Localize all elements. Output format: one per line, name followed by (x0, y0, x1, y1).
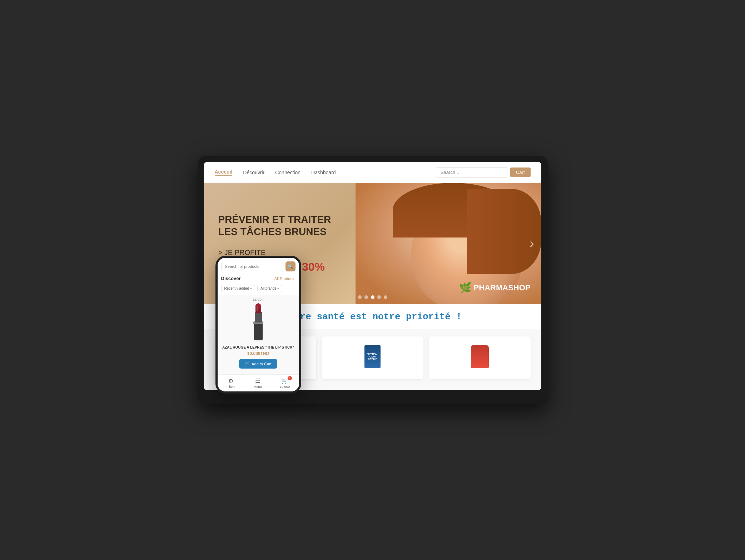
cart-badge-count: 1 (288, 376, 292, 380)
phyteal-box: PHYTÉALATOPICRÈME (364, 345, 381, 368)
nav-accueil[interactable]: Acceuil (215, 169, 233, 176)
product-img-2: PHYTÉALATOPICRÈME (362, 342, 383, 371)
product-img-3 (469, 342, 491, 371)
hero-dot-3[interactable] (371, 295, 374, 299)
phone-nav-cart[interactable]: 🛒 1 10.000 (280, 378, 290, 389)
pharmashop-icon: 🌿 (459, 282, 472, 294)
phone-search-area: 🔍 (218, 258, 299, 274)
menu-label: Menu (254, 385, 262, 389)
navbar: Acceuil Découvrir Connection Dashboard C… (204, 162, 541, 183)
phone-screen: 🔍 Discover All Products Recently added A… (218, 258, 299, 391)
nav-dashboard[interactable]: Dashboard (311, 170, 336, 175)
phone-sort-filter[interactable]: Recently added (221, 285, 255, 292)
navbar-cart-button[interactable]: Cart (510, 168, 531, 177)
phone-product-sku: LS-304 (221, 298, 295, 301)
product-card-3 (429, 336, 531, 379)
phone-bottom-nav: ⚙ Filters ☰ Menu 🛒 1 10.000 (218, 374, 299, 391)
pharmashop-logo: 🌿 PHARMASHOP (459, 282, 531, 294)
filters-label: Filters (227, 385, 235, 389)
svg-rect-4 (254, 322, 263, 340)
spf-tube (471, 345, 489, 368)
phone-nav-filters[interactable]: ⚙ Filters (227, 378, 235, 389)
hero-title: PRÉVENIR ET TRAITER LES TÂCHES BRUNES (218, 214, 342, 238)
monitor: Acceuil Découvrir Connection Dashboard C… (198, 156, 548, 404)
phone-discover-label: Discover (221, 276, 241, 281)
search-icon: 🔍 (288, 264, 293, 269)
cart-nav-icon: 🛒 1 (281, 378, 288, 384)
phone-product-img (221, 303, 295, 342)
svg-rect-6 (255, 312, 262, 322)
phone-add-to-cart-button[interactable]: 🛒 Add to Cart (239, 359, 277, 369)
hero-dot-5[interactable] (384, 295, 387, 299)
phone-product-price: 10.000TND (221, 351, 295, 356)
lipstick-svg (248, 303, 269, 342)
menu-icon: ☰ (255, 378, 260, 384)
navbar-search-input[interactable] (436, 167, 507, 178)
hero-dot-1[interactable] (358, 295, 362, 299)
phone-discover-row: Discover All Products (218, 274, 299, 283)
nav-connection[interactable]: Connection (275, 170, 301, 175)
phone-product-area: LS-304 (218, 295, 299, 374)
phone-search-button[interactable]: 🔍 (285, 261, 295, 271)
cart-nav-label: 10.000 (280, 385, 290, 389)
product-card-2: PHYTÉALATOPICRÈME (322, 336, 423, 379)
navbar-search-area: Cart (436, 167, 531, 178)
phone-product-name: AZAL ROUGE A LEVRES "THE LIP STICK" (221, 345, 295, 350)
phone-nav-menu[interactable]: ☰ Menu (254, 378, 262, 389)
phone-overlay: 🔍 Discover All Products Recently added A… (215, 256, 301, 394)
hero-next-arrow[interactable]: › (530, 236, 534, 251)
hero-dot-4[interactable] (377, 295, 381, 299)
hero-dots (358, 295, 387, 299)
hero-dot-2[interactable] (364, 295, 368, 299)
phone-all-products-link[interactable]: All Products (274, 276, 295, 281)
phone-search-input[interactable] (221, 262, 283, 271)
cart-icon: 🛒 (245, 361, 250, 366)
svg-rect-9 (257, 306, 258, 311)
phone-brand-filter[interactable]: All brands (257, 285, 282, 292)
filters-icon: ⚙ (228, 378, 233, 384)
nav-decouvrir[interactable]: Découvrir (243, 170, 264, 175)
phone-filters-row: Recently added All brands (218, 283, 299, 295)
